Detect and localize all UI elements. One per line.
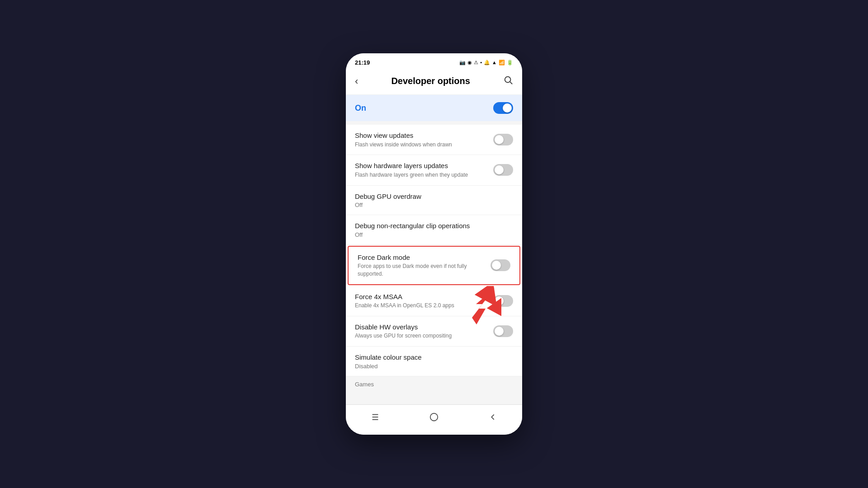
setting-text: Simulate colour space Disabled — [355, 353, 513, 370]
setting-text: Show view updates Flash views inside win… — [355, 131, 493, 148]
back-button[interactable]: ‹ — [353, 74, 360, 89]
nav-bar — [346, 404, 522, 435]
setting-title: Debug GPU overdraw — [355, 192, 508, 201]
home-button[interactable] — [418, 409, 450, 427]
setting-text: Debug non-rectangular clip operations Of… — [355, 221, 513, 238]
on-toggle[interactable] — [493, 102, 513, 114]
setting-title: Show hardware layers updates — [355, 161, 488, 170]
setting-value: Off — [355, 231, 508, 238]
warning-icon: ⚠ — [474, 60, 478, 66]
svg-point-0 — [505, 77, 511, 83]
alarm-icon: 🔔 — [484, 60, 490, 66]
section-header-games: Games — [346, 376, 522, 392]
setting-title: Debug non-rectangular clip operations — [355, 221, 508, 230]
setting-simulate-colour-space[interactable]: Simulate colour space Disabled — [346, 347, 522, 376]
status-time: 21:19 — [355, 59, 370, 66]
setting-desc: Flash views inside windows when drawn — [355, 141, 488, 149]
setting-value: Off — [355, 202, 508, 208]
setting-desc: Always use GPU for screen compositing — [355, 332, 488, 340]
top-bar: ‹ Developer options — [346, 70, 522, 95]
setting-text: Force 4x MSAA Enable 4x MSAA in OpenGL E… — [355, 292, 493, 310]
svg-line-1 — [510, 82, 512, 84]
back-nav-button[interactable] — [477, 409, 509, 427]
status-bar: 21:19 📷 ◉ ⚠ • 🔔 ▲ 📶 🔋 — [346, 53, 522, 70]
setting-desc: Enable 4x MSAA in OpenGL ES 2.0 apps — [355, 302, 488, 310]
setting-title: Force Dark mode — [358, 253, 485, 262]
setting-title: Disable HW overlays — [355, 323, 488, 332]
wifi-icon: 📶 — [499, 60, 505, 66]
setting-desc: Flash hardware layers green when they up… — [355, 171, 488, 179]
page-title: Developer options — [391, 76, 470, 86]
dot-icon: • — [480, 60, 482, 65]
phone-container: 21:19 📷 ◉ ⚠ • 🔔 ▲ 📶 🔋 ‹ Developer option… — [346, 53, 522, 435]
recent-apps-button[interactable] — [359, 409, 391, 427]
force-4x-msaa-toggle[interactable] — [493, 295, 513, 307]
setting-disable-hw-overlays[interactable]: Disable HW overlays Always use GPU for s… — [346, 316, 522, 347]
setting-value: Disabled — [355, 363, 508, 370]
search-button[interactable] — [501, 73, 515, 89]
setting-force-dark-mode[interactable]: Force Dark mode Force apps to use Dark m… — [348, 246, 520, 285]
whatsapp-icon: ◉ — [467, 60, 472, 66]
signal-icon: ▲ — [492, 60, 497, 65]
setting-title: Show view updates — [355, 131, 488, 140]
setting-title: Force 4x MSAA — [355, 292, 488, 301]
force-dark-mode-toggle[interactable] — [491, 259, 510, 271]
setting-desc: Force apps to use Dark mode even if not … — [358, 263, 485, 278]
setting-text: Force Dark mode Force apps to use Dark m… — [358, 253, 491, 278]
setting-show-hardware-layers[interactable]: Show hardware layers updates Flash hardw… — [346, 155, 522, 185]
content-area: On Show view updates Flash views inside … — [346, 95, 522, 404]
setting-show-view-updates[interactable]: Show view updates Flash views inside win… — [346, 125, 522, 155]
hardware-layers-toggle[interactable] — [493, 164, 513, 176]
status-icons: 📷 ◉ ⚠ • 🔔 ▲ 📶 🔋 — [459, 60, 513, 66]
setting-debug-non-rectangular[interactable]: Debug non-rectangular clip operations Of… — [346, 215, 522, 245]
setting-text: Debug GPU overdraw Off — [355, 192, 513, 209]
camera-icon: 📷 — [459, 60, 466, 66]
section-label: Games — [355, 381, 374, 388]
setting-text: Show hardware layers updates Flash hardw… — [355, 161, 493, 178]
setting-debug-gpu-overdraw[interactable]: Debug GPU overdraw Off — [346, 186, 522, 216]
settings-list: Show view updates Flash views inside win… — [346, 125, 522, 376]
disable-hw-overlays-toggle[interactable] — [493, 325, 513, 337]
on-label: On — [355, 103, 366, 113]
battery-icon: 🔋 — [507, 60, 513, 66]
show-view-updates-toggle[interactable] — [493, 134, 513, 145]
on-row[interactable]: On — [346, 95, 522, 121]
svg-point-9 — [430, 413, 438, 421]
setting-title: Simulate colour space — [355, 353, 508, 362]
setting-force-4x-msaa[interactable]: Force 4x MSAA Enable 4x MSAA in OpenGL E… — [346, 286, 522, 316]
setting-text: Disable HW overlays Always use GPU for s… — [355, 323, 493, 340]
